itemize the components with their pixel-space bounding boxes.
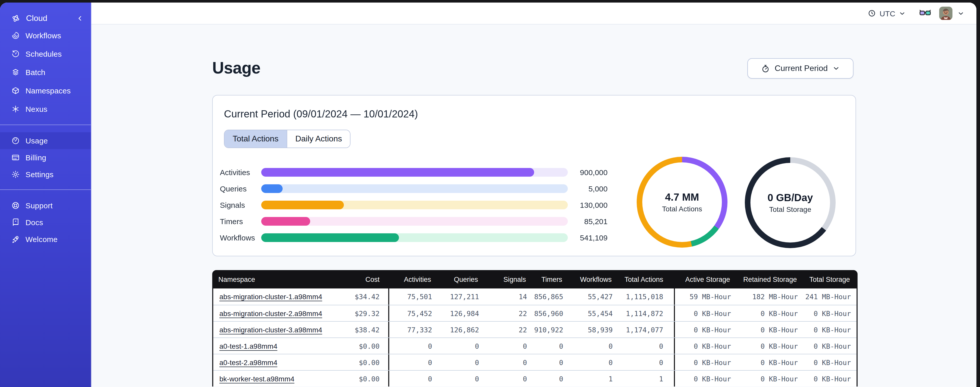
sidebar-item-label: Workflows — [25, 31, 61, 40]
namespace-link[interactable]: a0-test-2.a98mm4 — [220, 358, 277, 366]
sidebar-item-label: Namespaces — [25, 86, 71, 95]
workflows-icon — [11, 31, 20, 40]
table-cell: 0 KB-Hour — [799, 325, 859, 334]
bar-track — [261, 200, 568, 209]
table-cell: 1 — [565, 374, 614, 383]
table-cell: 126,862 — [434, 325, 480, 334]
table-cell: 0 KB-Hour — [675, 325, 733, 334]
usage-page: Usage Current Period Current Period (09/… — [91, 24, 977, 387]
table-row: a0-test-1.a98mm4$0.000000000 KB-Hour0 KB… — [213, 337, 856, 354]
table-cell: 0 KB-Hour — [675, 309, 733, 317]
namespace-cell: a0-test-1.a98mm4 — [213, 342, 332, 350]
bar-value: 900,000 — [568, 168, 608, 176]
sidebar-item-support[interactable]: Support — [0, 197, 91, 214]
table-cell: 55,427 — [565, 293, 614, 301]
sidebar-item-label: Docs — [25, 218, 43, 227]
table-row: abs-migration-cluster-3.a98mm4$38.4277,3… — [213, 321, 856, 337]
namespace-link[interactable]: abs-migration-cluster-2.a98mm4 — [220, 309, 322, 317]
total-actions-donut: 4.7 MM Total Actions — [637, 157, 727, 248]
welcome-rocket-icon — [11, 235, 20, 243]
table-cell: 0 — [389, 358, 434, 366]
donut-center: 0 GB/Day Total Storage — [745, 157, 836, 248]
table-cell: 0 KB-Hour — [675, 374, 733, 383]
bar-row-timers: Timers85,201 — [213, 213, 626, 229]
namespace-link[interactable]: abs-migration-cluster-1.a98mm4 — [220, 293, 322, 301]
timezone-selector[interactable]: UTC — [868, 9, 905, 18]
sidebar-item-workflows[interactable]: Workflows — [0, 26, 91, 45]
column-header: Namespace — [212, 275, 331, 283]
sidebar-nav-primary: Workflows Schedules Batch Namespaces Nex… — [0, 26, 91, 118]
sidebar-item-billing[interactable]: Billing — [0, 149, 91, 166]
bar-label: Queries — [213, 184, 261, 193]
sidebar-item-label: Support — [25, 201, 53, 210]
donut-label: Total Storage — [769, 205, 811, 213]
sidebar-item-usage[interactable]: Usage — [0, 132, 91, 149]
account-menu-chevron-icon[interactable] — [958, 10, 964, 17]
table-cell: 0 KB-Hour — [799, 342, 859, 350]
sidebar-nav-account: Usage Billing Settings — [0, 132, 91, 183]
chevron-down-icon — [899, 10, 905, 17]
table-cell: 1,115,018 — [614, 288, 675, 305]
sidebar-brand[interactable]: Cloud — [0, 11, 91, 26]
namespace-cell: abs-migration-cluster-3.a98mm4 — [213, 325, 332, 334]
sidebar-item-welcome[interactable]: Welcome — [0, 231, 91, 248]
sidebar-divider — [0, 125, 91, 125]
table-cell: 0 KB-Hour — [799, 309, 859, 317]
tab-total-actions[interactable]: Total Actions — [224, 130, 287, 147]
labs-glasses-icon[interactable] — [919, 9, 931, 18]
billing-card-icon — [11, 153, 20, 162]
column-header: Timers — [528, 275, 564, 283]
table-cell: $29.32 — [332, 305, 389, 321]
table-cell: 241 MB-Hour — [799, 293, 859, 301]
table-cell: 0 — [528, 358, 565, 366]
avatar[interactable] — [939, 6, 953, 20]
table-cell: $0.00 — [332, 354, 389, 370]
column-header: Retained Storage — [732, 275, 799, 283]
namespace-link[interactable]: bk-worker-test.a98mm4 — [220, 374, 294, 383]
page-title: Usage — [212, 59, 261, 78]
namespace-usage-table: NamespaceCostActivitiesQueriesSignalsTim… — [212, 270, 858, 387]
bar-value: 85,201 — [568, 217, 608, 225]
table-row: abs-migration-cluster-1.a98mm4$34.4275,5… — [213, 288, 856, 305]
donut-label: Total Actions — [662, 205, 702, 213]
bar-fill — [261, 200, 344, 209]
total-storage-donut: 0 GB/Day Total Storage — [745, 157, 836, 248]
period-selector-button[interactable]: Current Period — [748, 58, 853, 78]
sidebar-item-nexus[interactable]: Nexus — [0, 99, 91, 118]
bar-label: Signals — [213, 200, 261, 209]
table-cell: 856,960 — [528, 309, 565, 317]
bar-fill — [261, 217, 310, 225]
sidebar-item-settings[interactable]: Settings — [0, 166, 91, 183]
table-row: bk-worker-test.a98mm4$0.000000110 KB-Hou… — [213, 370, 856, 387]
browser-content: Cloud Workflows Schedules Batch — [0, 3, 977, 387]
table-cell: 0 — [614, 354, 675, 370]
actions-bar-chart: Activities900,000Queries5,000Signals130,… — [213, 164, 626, 246]
table-cell: 0 KB-Hour — [675, 342, 733, 350]
bar-label: Workflows — [213, 233, 261, 242]
sidebar-item-namespaces[interactable]: Namespaces — [0, 81, 91, 99]
table-cell: $0.00 — [332, 371, 389, 387]
sidebar-item-label: Schedules — [25, 49, 62, 58]
bar-track — [261, 233, 568, 242]
sidebar-item-batch[interactable]: Batch — [0, 63, 91, 81]
bar-row-queries: Queries5,000 — [213, 180, 626, 197]
sidebar-item-docs[interactable]: Docs — [0, 214, 91, 231]
namespace-cell: abs-migration-cluster-2.a98mm4 — [213, 309, 332, 317]
schedules-icon — [11, 49, 20, 58]
namespace-link[interactable]: a0-test-1.a98mm4 — [220, 342, 277, 350]
namespace-link[interactable]: abs-migration-cluster-3.a98mm4 — [220, 325, 322, 334]
namespace-cell: a0-test-2.a98mm4 — [213, 358, 332, 366]
tab-daily-actions[interactable]: Daily Actions — [287, 130, 350, 147]
column-header: Cost — [331, 275, 388, 283]
table-cell: 0 KB-Hour — [799, 374, 859, 383]
sidebar-collapse-icon[interactable] — [76, 15, 84, 22]
column-header: Signals — [480, 275, 528, 283]
settings-gear-icon — [11, 170, 20, 179]
donut-center: 4.7 MM Total Actions — [637, 157, 727, 248]
table-cell: 0 KB-Hour — [733, 342, 799, 350]
sidebar-item-schedules[interactable]: Schedules — [0, 45, 91, 63]
bar-value: 5,000 — [568, 184, 608, 193]
table-cell: 0 KB-Hour — [733, 358, 799, 366]
column-header: Workflows — [564, 275, 613, 283]
table-cell: $38.42 — [332, 321, 389, 337]
